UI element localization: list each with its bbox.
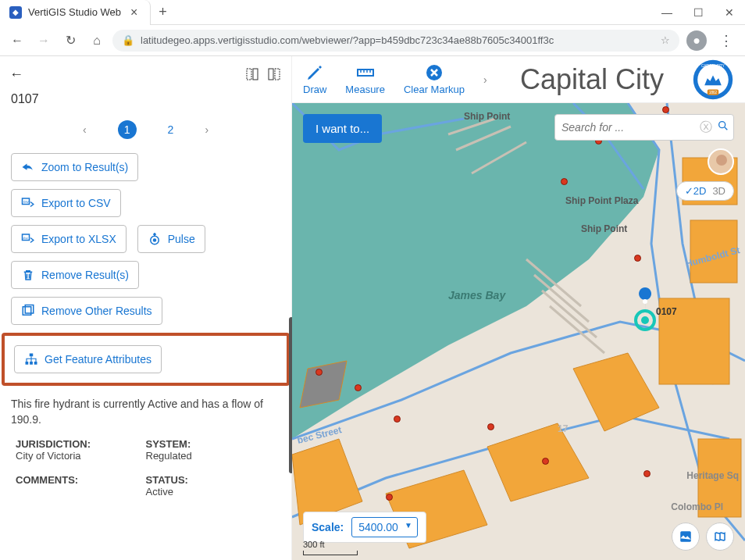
result-title: 0107	[0, 92, 291, 114]
panel-layout-icon-1[interactable]	[244, 66, 260, 82]
nav-back-icon[interactable]: ←	[6, 30, 28, 52]
map-pane: Draw Measure Clear Markup › Capital City…	[292, 56, 745, 560]
svg-point-42	[641, 316, 649, 324]
hydrant-marker[interactable]	[386, 494, 393, 501]
hydrant-marker[interactable]	[662, 106, 669, 113]
window-maximize-icon[interactable]: ☐	[683, 0, 714, 25]
panel-back-icon[interactable]: ←	[9, 66, 23, 83]
bookmark-icon[interactable]: ☆	[661, 34, 670, 46]
svg-text:csv: csv	[23, 200, 30, 204]
attr-label: STATUS:	[146, 474, 276, 486]
map-feature-id: 0107	[656, 306, 677, 317]
svg-rect-0	[247, 69, 251, 80]
measure-tool[interactable]: Measure	[345, 63, 385, 95]
draw-tool[interactable]: Draw	[303, 63, 326, 95]
export-csv-button[interactable]: csv Export to CSV	[11, 189, 121, 217]
remove-results-button[interactable]: Remove Result(s)	[11, 261, 139, 289]
map-label: Ship Point	[581, 223, 627, 234]
map-label: 17	[558, 423, 568, 434]
map-canvas[interactable]: Ship Point Ship Point Plaza Ship Point J…	[292, 103, 745, 560]
city-logo: CAPITAL CITY 1862	[692, 59, 734, 101]
attr-value: City of Victoria	[16, 450, 146, 462]
pulse-icon	[148, 232, 162, 246]
remove-label: Remove Result(s)	[41, 269, 129, 281]
pulse-button[interactable]: Pulse	[137, 225, 205, 253]
window-titlebar: ◆ VertiGIS Studio Web × + — ☐ ✕	[0, 0, 745, 25]
svg-rect-1	[253, 69, 258, 80]
pager: ‹ 1 2 ›	[0, 114, 291, 153]
pager-page-2[interactable]: 2	[168, 123, 174, 136]
svg-rect-3	[275, 69, 280, 80]
view-2d[interactable]: ✓2D	[685, 185, 707, 197]
zoom-to-result-button[interactable]: Zoom to Result(s)	[11, 153, 138, 181]
attr-label: COMMENTS:	[16, 474, 146, 486]
nav-home-icon[interactable]: ⌂	[86, 30, 108, 52]
scale-select[interactable]: 5400.00	[351, 517, 418, 537]
hydrant-marker[interactable]	[542, 458, 549, 465]
panel-layout-icon-2[interactable]	[266, 66, 282, 82]
svg-text:CAPITAL CITY: CAPITAL CITY	[701, 63, 725, 67]
scale-control: Scale: 5400.00	[303, 512, 426, 543]
remove-other-label: Remove Other Results	[41, 305, 152, 317]
xlsx-label: Export to XLSX	[41, 233, 116, 245]
pager-page-1[interactable]: 1	[118, 120, 137, 139]
pencil-icon	[305, 63, 324, 82]
browser-tab[interactable]: ◆ VertiGIS Studio Web ×	[0, 0, 151, 25]
measure-label: Measure	[345, 84, 385, 95]
user-avatar[interactable]	[708, 148, 734, 175]
map-search-input[interactable]	[561, 121, 700, 134]
hydrant-marker[interactable]	[315, 369, 323, 376]
address-bar: ← → ↻ ⌂ 🔒 latitudegeo.apps.vertigisstudi…	[0, 25, 745, 56]
svg-point-9	[152, 238, 156, 242]
hydrant-marker[interactable]	[487, 423, 494, 430]
view-toggle[interactable]: ✓2D 3D	[676, 181, 734, 201]
window-minimize-icon[interactable]: —	[651, 0, 683, 25]
window-close-icon[interactable]: ✕	[714, 0, 745, 25]
map-label: Colombo Pl	[671, 501, 723, 512]
map-search[interactable]: ⓧ	[554, 114, 734, 141]
basemap-button[interactable]	[672, 523, 700, 551]
csv-label: Export to CSV	[41, 197, 111, 209]
remove-other-results-button[interactable]: Remove Other Results	[11, 297, 162, 325]
clear-label: Clear Markup	[404, 84, 465, 95]
pager-next-icon[interactable]: ›	[205, 123, 209, 136]
new-tab-button[interactable]: +	[151, 4, 175, 20]
pulse-label: Pulse	[168, 233, 195, 245]
tab-close-icon[interactable]: ×	[127, 5, 141, 20]
map-label: Ship Point	[464, 111, 510, 122]
svg-rect-13	[26, 362, 29, 365]
svg-point-23	[719, 122, 725, 128]
svg-text:xlsx: xlsx	[23, 237, 28, 240]
nav-forward-icon[interactable]: →	[33, 30, 55, 52]
search-clear-icon[interactable]: ⓧ	[700, 119, 712, 136]
pager-prev-icon[interactable]: ‹	[83, 123, 87, 136]
clear-markup-tool[interactable]: Clear Markup	[404, 63, 465, 95]
trash-icon	[21, 268, 35, 282]
menu-icon[interactable]: ⋮	[714, 28, 739, 53]
hydrant-marker[interactable]	[394, 416, 401, 423]
legend-button[interactable]	[706, 523, 734, 551]
profile-button[interactable]: ●	[684, 28, 709, 53]
export-xlsx-button[interactable]: xlsx Export to XLSX	[11, 225, 127, 253]
search-icon[interactable]	[717, 119, 729, 135]
hydrant-marker[interactable]	[561, 178, 568, 185]
get-feature-attributes-button[interactable]: Get Feature Attributes	[14, 345, 162, 373]
lock-icon: 🔒	[122, 34, 134, 46]
getattrs-label: Get Feature Attributes	[45, 353, 151, 366]
city-title: Capital City	[520, 63, 664, 96]
nav-reload-icon[interactable]: ↻	[59, 30, 81, 52]
hydrant-marker[interactable]	[355, 384, 362, 391]
hydrant-marker[interactable]	[643, 470, 651, 477]
view-3d[interactable]: 3D	[712, 185, 725, 197]
url-field[interactable]: 🔒 latitudegeo.apps.vertigisstudio.com/we…	[112, 30, 679, 52]
zoom-label: Zoom to Result(s)	[41, 161, 128, 173]
map-label: James Bay	[448, 289, 505, 301]
map-toolbar: Draw Measure Clear Markup › Capital City…	[292, 56, 745, 103]
attr-value: Regulated	[146, 450, 276, 462]
svg-text:1862: 1862	[709, 91, 718, 95]
i-want-to-button[interactable]: I want to...	[303, 114, 382, 143]
scalebar-text: 300 ft	[303, 540, 325, 549]
attr-label: SYSTEM:	[146, 438, 276, 450]
toolbar-chevron-icon[interactable]: ›	[483, 73, 487, 86]
hydrant-marker[interactable]	[634, 255, 641, 262]
